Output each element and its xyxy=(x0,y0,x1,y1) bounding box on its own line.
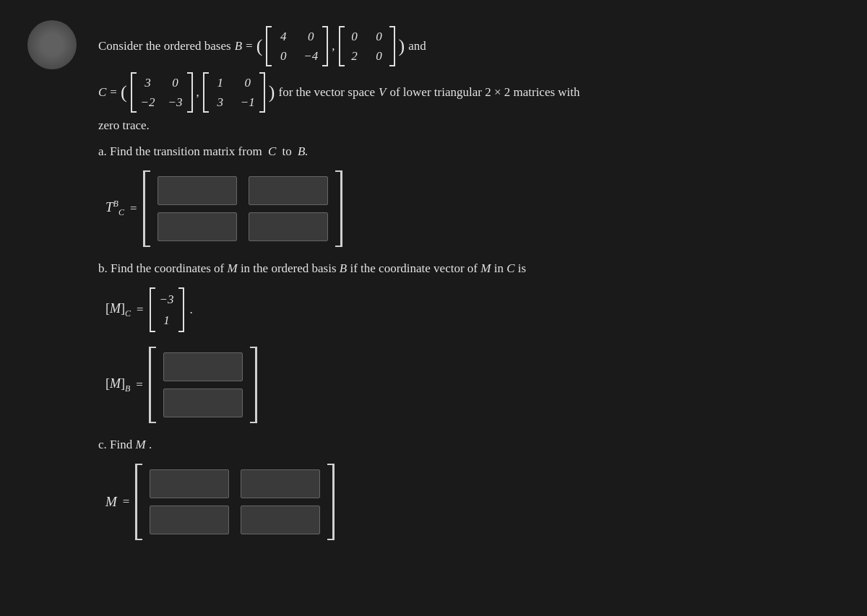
ta-r2c1-input[interactable] xyxy=(158,212,237,241)
close-paren-2: ) xyxy=(269,83,275,102)
C-line: C = ( 3 0 −2 −3 , 1 0 xyxy=(98,72,867,113)
part-b-text4: in xyxy=(494,261,504,275)
TC-label: TBC xyxy=(105,199,124,218)
open-paren-1: ( xyxy=(256,37,263,56)
M-row: M = xyxy=(105,464,867,540)
problem-header: Consider the ordered bases B = ( 4 0 0 −… xyxy=(98,26,867,66)
cm1-r1c2: 0 xyxy=(168,74,183,92)
B-label: B xyxy=(235,35,242,58)
Mc-label: [M]C xyxy=(105,301,131,319)
bm1-r1c2: 0 xyxy=(303,27,318,46)
ta-r2c2-input[interactable] xyxy=(249,212,328,241)
part-c-M: M xyxy=(135,438,145,451)
bm1-r2c2: −4 xyxy=(303,47,318,66)
and-text: and xyxy=(408,35,426,58)
open-paren-2: ( xyxy=(121,83,127,102)
mc-val1: −3 xyxy=(160,290,174,309)
B-matrix2: 0 0 2 0 xyxy=(339,26,395,66)
desc1-text: for the vector space xyxy=(278,82,375,104)
intro-text: Consider the ordered bases xyxy=(98,35,231,58)
mc-val2: 1 xyxy=(160,311,174,330)
part-b-C2: C xyxy=(506,261,518,275)
Mc-equals: = xyxy=(137,303,144,317)
part-c-desc: c. Find M . xyxy=(98,438,867,452)
Mb-answer-matrix xyxy=(149,347,257,423)
Mb-equals: = xyxy=(136,378,143,392)
cm1-r2c2: −3 xyxy=(168,93,183,112)
C-matrix2: 1 0 3 −1 xyxy=(203,72,265,113)
m-r2c1-input[interactable] xyxy=(150,506,229,534)
bm2-r2c2: 0 xyxy=(374,47,385,66)
part-b-desc: b. Find the coordinates of M in the orde… xyxy=(98,261,867,276)
logo xyxy=(27,20,77,69)
equals-2: = xyxy=(110,82,117,104)
part-a-B: B. xyxy=(298,144,309,158)
TC-answer-matrix xyxy=(143,170,342,247)
bm2-r1c1: 0 xyxy=(349,27,361,46)
Mc-period: . xyxy=(190,303,193,317)
part-a-C: C xyxy=(268,144,276,158)
cm1-r1c1: 3 xyxy=(141,74,155,92)
comma-1: , xyxy=(332,35,335,58)
desc2-text: of lower triangular 2 × 2 matrices with xyxy=(389,82,579,104)
cm2-r2c1: 3 xyxy=(213,93,228,112)
part-b-M: M xyxy=(227,261,240,275)
part-a-desc: a. Find the transition matrix from C to … xyxy=(98,144,867,159)
bm2-r2c1: 2 xyxy=(349,47,361,66)
bm1-r2c1: 0 xyxy=(276,47,290,66)
M-equals: = xyxy=(123,495,130,509)
part-b-M2: M xyxy=(480,261,493,275)
part-b-text5: is xyxy=(518,261,526,275)
mb-r2-input[interactable] xyxy=(163,389,243,417)
zero-trace-text: zero trace. xyxy=(98,118,150,132)
m-r1c2-input[interactable] xyxy=(241,469,320,498)
part-b-B: B xyxy=(340,261,350,275)
m-r2c2-input[interactable] xyxy=(241,506,320,534)
TC-equals: = xyxy=(130,201,137,216)
part-b-text1: b. Find the coordinates of xyxy=(98,261,224,275)
part-b-text2: in the ordered basis xyxy=(241,261,337,275)
part-a-text: a. Find the transition matrix from xyxy=(98,144,262,158)
ta-r1c1-input[interactable] xyxy=(158,176,237,205)
m-r1c1-input[interactable] xyxy=(150,469,229,498)
part-c-text: c. Find xyxy=(98,438,132,451)
part-b-text3: if the coordinate vector of xyxy=(350,261,478,275)
comma-2: , xyxy=(197,82,199,104)
part-c-period: . xyxy=(149,438,152,451)
zero-trace-line: zero trace. xyxy=(98,118,867,133)
Mc-sub: C xyxy=(125,308,131,318)
to-text: to xyxy=(282,144,291,158)
B-matrix1: 4 0 0 −4 xyxy=(266,26,328,66)
bm2-r1c2: 0 xyxy=(374,27,385,46)
V-label: V xyxy=(379,82,386,104)
M-answer-matrix xyxy=(135,464,335,540)
TC-sup: B xyxy=(113,199,118,209)
cm2-r1c1: 1 xyxy=(213,74,228,92)
C-matrix1: 3 0 −2 −3 xyxy=(131,72,193,113)
Mb-label: [M]B xyxy=(105,376,130,394)
mb-r1-input[interactable] xyxy=(163,352,243,381)
TC-sub: C xyxy=(118,208,124,218)
cm1-r2c1: −2 xyxy=(141,93,155,112)
Mb-sub: B xyxy=(125,383,130,394)
close-paren-1: ) xyxy=(399,37,405,56)
cm2-r2c2: −1 xyxy=(241,93,255,112)
bm1-r1c1: 4 xyxy=(276,27,290,46)
cm2-r1c2: 0 xyxy=(241,74,255,92)
transition-matrix-row: TBC = xyxy=(105,170,867,247)
Mc-row: [M]C = −3 1 . xyxy=(105,287,867,332)
M-label: M xyxy=(105,494,117,510)
ta-r1c2-input[interactable] xyxy=(249,176,328,205)
Mc-given: −3 1 xyxy=(150,287,184,332)
Mb-row: [M]B = xyxy=(105,347,867,423)
C-label-text: C xyxy=(98,82,106,104)
equals-1: = xyxy=(246,35,253,58)
